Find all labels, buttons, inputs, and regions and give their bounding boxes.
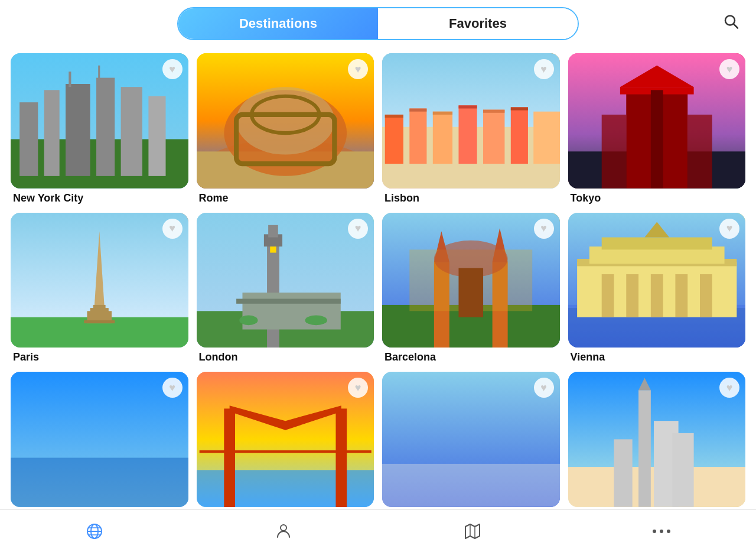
destination-card-wrapper-rome: ♥Rome [197, 53, 374, 204]
svg-rect-4 [19, 102, 38, 176]
svg-point-106 [653, 530, 656, 533]
svg-point-103 [281, 525, 286, 531]
globe-icon [85, 522, 104, 541]
nav-profile[interactable] [260, 522, 307, 541]
svg-rect-79 [675, 274, 687, 317]
destination-label-barcelona: Barcelona [382, 348, 560, 363]
svg-rect-24 [409, 109, 426, 112]
destination-card-barcelona[interactable]: ♥ [382, 213, 560, 348]
svg-rect-53 [268, 225, 278, 237]
favorite-button-city9[interactable]: ♥ [162, 378, 183, 398]
destination-card-dubai[interactable]: ♥ [568, 372, 746, 507]
svg-rect-41 [687, 115, 712, 189]
svg-rect-76 [601, 274, 614, 317]
svg-rect-5 [44, 90, 60, 176]
svg-rect-74 [601, 237, 712, 249]
destination-label-tokyo: Tokyo [568, 189, 746, 204]
nav-more[interactable] [638, 527, 685, 535]
favorite-button-nyc[interactable]: ♥ [162, 59, 183, 79]
destination-label-lisbon: Lisbon [382, 189, 560, 204]
destination-label-london: London [197, 348, 374, 363]
destination-card-wrapper-vienna: ♥Vienna [568, 213, 746, 364]
favorite-button-paris[interactable]: ♥ [162, 219, 183, 239]
nav-map[interactable] [449, 522, 496, 541]
svg-rect-86 [335, 409, 347, 507]
svg-rect-82 [11, 458, 188, 507]
destination-card-wrapper-city9: ♥ [11, 372, 188, 507]
svg-rect-78 [650, 274, 663, 317]
map-icon [463, 522, 482, 541]
tab-group: Destinations Favorites [177, 7, 579, 40]
favorite-button-tokyo[interactable]: ♥ [719, 59, 739, 79]
destination-label-nyc: New York City [11, 189, 188, 204]
destination-card-paris[interactable]: ♥ [11, 213, 188, 348]
bottom-nav [0, 509, 756, 552]
svg-rect-30 [483, 110, 504, 113]
svg-rect-67 [458, 268, 483, 317]
svg-rect-85 [224, 409, 235, 507]
tab-destinations[interactable]: Destinations [178, 8, 378, 39]
svg-rect-23 [409, 109, 426, 164]
destination-card-nyc[interactable]: ♥ [11, 53, 188, 189]
svg-rect-21 [385, 115, 403, 164]
svg-point-58 [305, 315, 327, 325]
destination-card-city9[interactable]: ♥ [11, 372, 188, 507]
svg-point-0 [725, 16, 735, 25]
destination-card-city11[interactable]: ♥ [382, 372, 560, 507]
svg-rect-32 [511, 107, 528, 110]
svg-rect-93 [638, 391, 651, 507]
svg-rect-47 [93, 305, 106, 309]
svg-line-1 [734, 24, 738, 28]
favorite-button-barcelona[interactable]: ♥ [534, 219, 554, 239]
svg-rect-39 [650, 90, 663, 188]
destination-card-wrapper-barcelona: ♥Barcelona [382, 213, 560, 364]
svg-rect-29 [483, 110, 504, 164]
destination-card-tokyo[interactable]: ♥ [568, 53, 746, 189]
svg-point-57 [239, 315, 258, 325]
destination-card-wrapper-dubai: ♥ [568, 372, 746, 507]
destination-label-rome: Rome [197, 189, 374, 204]
svg-rect-11 [98, 66, 100, 81]
search-button[interactable] [723, 14, 739, 34]
svg-rect-8 [121, 87, 142, 176]
svg-rect-22 [385, 115, 403, 118]
svg-rect-31 [511, 107, 528, 164]
svg-rect-80 [700, 274, 712, 317]
favorite-button-rome[interactable]: ♥ [348, 59, 368, 79]
destination-card-sanfran[interactable]: ♥ [197, 372, 374, 507]
destination-card-london[interactable]: ♥ [197, 213, 374, 348]
favorite-button-lisbon[interactable]: ♥ [534, 59, 554, 79]
svg-rect-7 [96, 78, 115, 176]
destination-card-wrapper-lisbon: ♥Lisbon [382, 53, 560, 204]
tab-bar: Destinations Favorites [0, 0, 756, 47]
favorite-button-city11[interactable]: ♥ [534, 378, 554, 398]
svg-rect-28 [458, 105, 477, 108]
svg-rect-48 [84, 320, 115, 323]
svg-rect-54 [270, 246, 276, 252]
destination-card-wrapper-sanfran: ♥ [197, 372, 374, 507]
svg-rect-33 [533, 112, 559, 164]
favorite-button-london[interactable]: ♥ [348, 219, 368, 239]
svg-rect-9 [148, 96, 165, 176]
destinations-grid: ♥New York City ♥Rome ♥Lisbon [0, 47, 756, 507]
favorite-button-vienna[interactable]: ♥ [719, 219, 739, 239]
svg-rect-96 [614, 440, 632, 507]
destination-card-vienna[interactable]: ♥ [568, 213, 746, 348]
tab-favorites[interactable]: Favorites [378, 8, 578, 39]
destination-card-lisbon[interactable]: ♥ [382, 53, 560, 189]
nav-globe[interactable] [71, 522, 118, 541]
svg-rect-25 [433, 112, 452, 164]
destination-label-vienna: Vienna [568, 348, 746, 363]
destination-card-rome[interactable]: ♥ [197, 53, 374, 189]
svg-rect-6 [66, 84, 90, 176]
more-icon [652, 527, 671, 535]
destination-card-wrapper-nyc: ♥New York City [11, 53, 188, 204]
search-icon [723, 14, 739, 30]
svg-rect-55 [242, 293, 340, 329]
person-icon [274, 522, 293, 541]
svg-rect-10 [69, 72, 71, 87]
svg-rect-40 [601, 115, 626, 189]
svg-point-107 [660, 530, 663, 533]
svg-rect-26 [433, 112, 452, 115]
svg-rect-56 [236, 298, 341, 303]
